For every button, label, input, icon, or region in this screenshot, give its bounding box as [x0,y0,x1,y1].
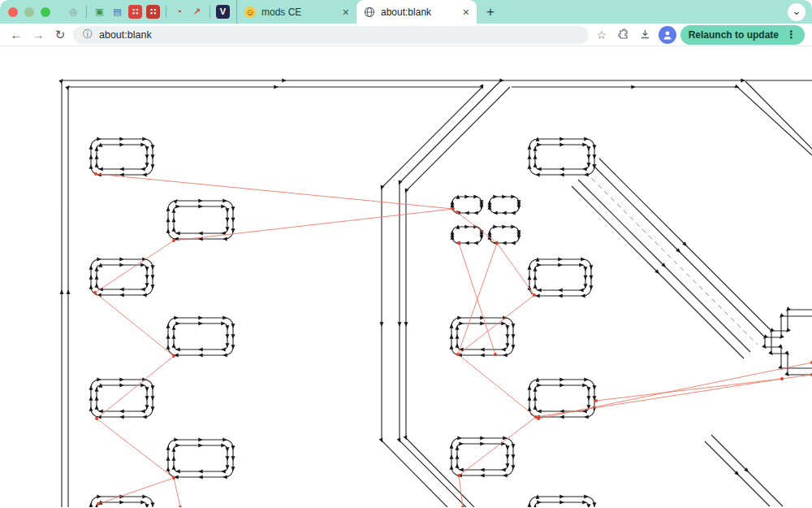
toolbar-separator [209,6,210,18]
cat-favicon: ☺ [244,7,256,18]
dice-icon[interactable]: ∷ [128,5,142,19]
globe-favicon [364,7,375,18]
new-tab-button[interactable]: + [486,5,495,19]
compass-icon[interactable]: ◎ [67,5,80,19]
browser-menu-icon[interactable]: ⋮ [786,28,797,41]
url-text[interactable]: about:blank [99,29,579,41]
zoom-window-button[interactable] [41,7,50,17]
pinned-extensions: ◎▣▤∷∷◔↗V [67,5,230,19]
address-bar[interactable]: ⓘ about:blank [73,26,589,44]
bookmark-star-icon[interactable]: ☆ [593,29,611,41]
close-tab-icon[interactable]: × [343,7,349,18]
close-tab-icon[interactable]: × [463,7,469,18]
tab-about-blank[interactable]: about:blank × [356,0,477,24]
download-icon[interactable] [637,28,654,41]
close-window-button[interactable] [8,7,18,17]
extensions-puzzle-icon[interactable] [615,28,633,41]
relaunch-to-update-button[interactable]: Relaunch to update ⋮ [680,25,805,45]
toolpath-drawing [0,46,812,507]
reload-icon[interactable]: ↻ [51,28,69,41]
forward-icon[interactable]: → [29,28,47,41]
book-icon[interactable]: ▤ [110,5,124,19]
tab-strip: ◎▣▤∷∷◔↗V ☺ mods CE × about:blank × + ⌄ [0,0,812,24]
cube-icon[interactable]: ▣ [93,5,106,19]
tab-mods-ce[interactable]: ☺ mods CE × [236,0,356,24]
v-icon[interactable]: V [216,5,230,19]
tab-search-chevron-icon[interactable]: ⌄ [788,3,806,21]
clock-icon[interactable]: ◔ [172,5,186,19]
tab-title: mods CE [261,7,337,18]
page-content [0,46,812,507]
relaunch-label: Relaunch to update [689,29,779,41]
minimize-window-button[interactable] [24,7,34,17]
page-info-icon[interactable]: ⓘ [83,28,93,41]
dice2-icon[interactable]: ∷ [146,5,160,19]
back-icon[interactable]: ← [7,28,25,41]
browser-toolbar: ← → ↻ ⓘ about:blank ☆ Relaunch t [0,24,812,46]
trend-icon[interactable]: ↗ [190,5,204,19]
profile-avatar[interactable] [659,26,676,44]
browser-window: ◎▣▤∷∷◔↗V ☺ mods CE × about:blank × + ⌄ ←… [0,0,812,508]
window-controls [8,7,57,17]
toolbar-separator [86,6,87,18]
tab-title: about:blank [381,7,457,18]
toolbar-separator [166,6,166,18]
